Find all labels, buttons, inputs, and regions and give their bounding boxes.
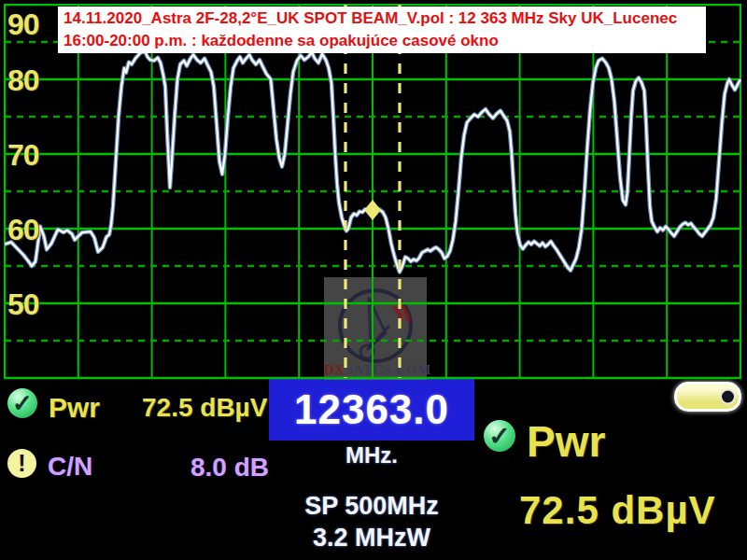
frequency-unit: MHz. — [269, 442, 474, 469]
annotation-banner: 14.11.2020_Astra 2F-28,2°E_UK SPOT BEAM_… — [58, 7, 706, 53]
cn-warning-icon: ! — [7, 449, 36, 478]
cn-label: C/N — [48, 452, 92, 482]
marker-diamond-icon[interactable] — [364, 200, 381, 220]
y-axis-label: 50 — [7, 287, 49, 322]
battery-tip — [720, 389, 736, 405]
pwr-label: Pwr — [49, 392, 100, 424]
big-pwr-check-icon: ✓ — [484, 420, 515, 452]
spectrum-analyzer-screen: DXSATCS.COM 9080706050 14.11.2020_Astra … — [0, 0, 747, 560]
pwr-value: 72.5 dBµV — [142, 393, 267, 423]
span-setting: SP 500MHz — [269, 492, 474, 521]
y-axis-label: 70 — [7, 138, 49, 173]
cn-value: 8.0 dB — [190, 453, 269, 483]
big-pwr-value: 72.5 dBµV — [519, 488, 716, 533]
banner-line2: 16:00-20:00 p.m. : každodenne sa opakujú… — [63, 30, 706, 52]
battery-icon — [674, 382, 741, 412]
frequency-field[interactable]: 12363.0 — [269, 379, 474, 441]
pwr-check-icon: ✓ — [7, 388, 37, 418]
spectrum-chart: DXSATCS.COM 9080706050 14.11.2020_Astra … — [0, 0, 747, 385]
y-axis-label: 60 — [7, 213, 49, 247]
frequency-value: 12363.0 — [294, 386, 449, 433]
y-axis-label: 90 — [7, 7, 49, 42]
banner-line1: 14.11.2020_Astra 2F-28,2°E_UK SPOT BEAM_… — [63, 7, 706, 30]
y-axis-label: 80 — [7, 63, 49, 98]
big-pwr-label: Pwr — [527, 416, 605, 467]
bandwidth-setting: 3.2 MHzW — [269, 524, 474, 553]
